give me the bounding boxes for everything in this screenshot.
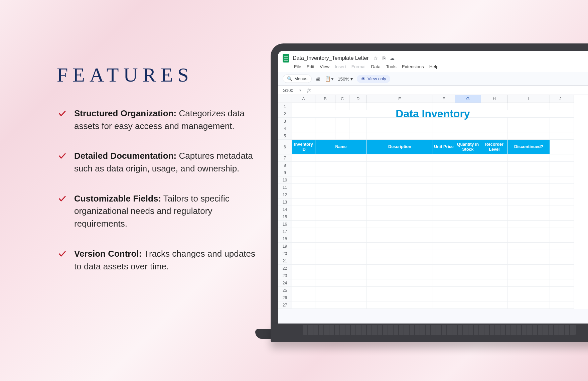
cell[interactable] [433, 257, 455, 265]
cell[interactable] [550, 243, 571, 250]
cell[interactable] [508, 125, 550, 132]
col-header-H[interactable]: H [481, 95, 508, 103]
cell[interactable] [508, 213, 550, 221]
menu-help[interactable]: Help [429, 64, 439, 69]
cell[interactable] [433, 206, 455, 213]
cell[interactable] [550, 265, 571, 272]
cell[interactable] [433, 228, 455, 235]
cell[interactable] [481, 228, 508, 235]
cell[interactable] [433, 154, 455, 162]
cell[interactable] [508, 132, 550, 140]
cell[interactable] [455, 125, 481, 132]
cell[interactable] [550, 294, 571, 301]
cell[interactable] [571, 169, 574, 176]
row-header[interactable]: 9 [278, 169, 292, 176]
cell[interactable] [455, 235, 481, 243]
menu-edit[interactable]: Edit [307, 64, 314, 69]
col-header-F[interactable]: F [433, 95, 455, 103]
cell[interactable] [508, 103, 550, 110]
cell[interactable] [481, 287, 508, 294]
cell[interactable] [508, 169, 550, 176]
cell[interactable] [550, 213, 571, 221]
cell[interactable] [481, 154, 508, 162]
cell[interactable] [550, 169, 571, 176]
cell[interactable] [433, 279, 455, 287]
cell[interactable] [292, 176, 315, 184]
cell[interactable] [433, 199, 455, 206]
menu-file[interactable]: File [294, 64, 301, 69]
cell[interactable] [367, 279, 433, 287]
cell[interactable] [335, 132, 349, 140]
cell[interactable] [315, 125, 335, 132]
cell[interactable] [367, 235, 433, 243]
cell[interactable] [367, 169, 433, 176]
cell[interactable] [292, 125, 315, 132]
cell[interactable] [367, 294, 433, 301]
cell[interactable] [455, 199, 481, 206]
hdr-unit-price[interactable]: Unit Price [433, 140, 455, 154]
cell[interactable] [481, 213, 508, 221]
cell[interactable] [315, 132, 335, 140]
cell[interactable] [481, 294, 508, 301]
cell[interactable] [481, 118, 508, 125]
menu-extensions[interactable]: Extensions [402, 64, 424, 69]
cell[interactable] [550, 279, 571, 287]
cell[interactable] [550, 191, 571, 199]
cell[interactable] [508, 257, 550, 265]
cell[interactable] [508, 294, 550, 301]
cell[interactable] [292, 206, 315, 213]
cell[interactable] [455, 272, 481, 279]
cell[interactable] [550, 287, 571, 294]
cell[interactable] [315, 206, 367, 213]
cell[interactable] [349, 125, 367, 132]
cell[interactable] [550, 140, 571, 154]
row-header[interactable]: 1 [278, 103, 292, 110]
cell[interactable] [335, 103, 349, 110]
cell[interactable] [455, 294, 481, 301]
cell[interactable] [571, 162, 574, 169]
print-icon[interactable]: 🖶 [316, 76, 321, 82]
cell[interactable] [367, 243, 433, 250]
row-header[interactable]: 12 [278, 191, 292, 199]
row-header[interactable]: 22 [278, 265, 292, 272]
cell[interactable] [367, 301, 433, 309]
cell[interactable] [315, 250, 367, 257]
cell[interactable] [481, 301, 508, 309]
name-box[interactable]: G100 [283, 88, 293, 93]
cell[interactable] [455, 213, 481, 221]
cell[interactable] [481, 279, 508, 287]
cell[interactable] [367, 206, 433, 213]
row-header[interactable]: 19 [278, 243, 292, 250]
cell[interactable] [433, 301, 455, 309]
cell[interactable] [508, 228, 550, 235]
cell[interactable] [433, 250, 455, 257]
cell[interactable] [508, 199, 550, 206]
menu-format[interactable]: Format [351, 64, 366, 69]
menus-button[interactable]: 🔍 Menus [283, 75, 312, 83]
cell[interactable] [315, 301, 367, 309]
menu-view[interactable]: View [320, 64, 329, 69]
cell[interactable] [292, 184, 315, 191]
cell[interactable] [367, 176, 433, 184]
zoom-level[interactable]: 150% ▾ [338, 76, 353, 82]
cell[interactable] [315, 272, 367, 279]
cell[interactable] [550, 184, 571, 191]
cell[interactable] [292, 287, 315, 294]
cell[interactable] [455, 162, 481, 169]
cell[interactable] [367, 250, 433, 257]
cell[interactable] [571, 154, 574, 162]
cell[interactable] [550, 132, 571, 140]
col-header-D[interactable]: D [349, 95, 367, 103]
cell[interactable] [292, 272, 315, 279]
cell[interactable] [455, 118, 481, 125]
cell[interactable] [292, 257, 315, 265]
cell[interactable] [508, 118, 550, 125]
row-header[interactable]: 16 [278, 221, 292, 228]
view-only-pill[interactable]: 👁 View only [357, 75, 390, 83]
star-icon[interactable]: ☆ [374, 55, 378, 61]
cell[interactable] [508, 279, 550, 287]
move-icon[interactable]: ⎘ [383, 55, 385, 61]
cell[interactable] [292, 103, 315, 110]
cell[interactable] [455, 132, 481, 140]
cell[interactable] [315, 169, 367, 176]
